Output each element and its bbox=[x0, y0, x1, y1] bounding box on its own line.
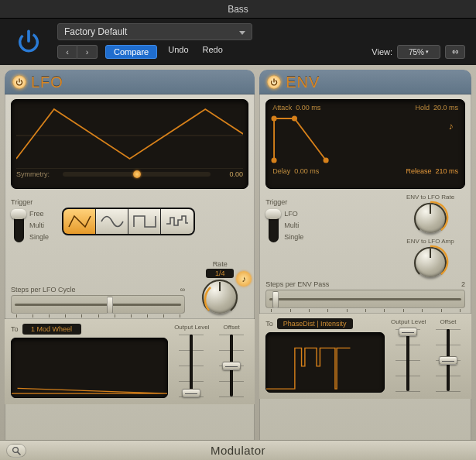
preset-name: Factory Default bbox=[64, 26, 127, 37]
env-hold-label: Hold bbox=[415, 104, 430, 112]
lfo-power-button[interactable] bbox=[12, 75, 26, 89]
lfo-offset-label: Offset bbox=[214, 324, 248, 331]
plugin-body: LFO Symmetry: 0.00 Trigger bbox=[0, 65, 476, 460]
env-header: ENV bbox=[259, 70, 471, 94]
magnifier-icon bbox=[12, 446, 21, 455]
triangle-wave-icon bbox=[16, 103, 243, 168]
lfo-sync-button[interactable]: ♪ bbox=[236, 271, 252, 287]
svg-point-8 bbox=[272, 116, 277, 122]
env-steps-value[interactable]: 2 bbox=[461, 280, 465, 288]
env-offset-label: Offset bbox=[431, 318, 465, 325]
compare-button[interactable]: Compare bbox=[105, 45, 157, 59]
undo-button[interactable]: Undo bbox=[165, 45, 191, 59]
lfo-trigger-label: Trigger bbox=[11, 198, 57, 206]
env-trigger-switch[interactable]: LFO Multi Single bbox=[265, 208, 306, 244]
waveform-triangle-button[interactable] bbox=[63, 209, 96, 234]
lfo-offset-slider[interactable] bbox=[222, 333, 241, 398]
lfo-rate-label: Rate bbox=[191, 260, 248, 268]
svg-point-7 bbox=[272, 158, 277, 163]
env-trigger-opt-single: Single bbox=[284, 232, 303, 243]
lfo-trigger-opt-multi: Multi bbox=[29, 220, 49, 232]
lfo-steps-value[interactable]: ∞ bbox=[180, 286, 185, 294]
env-output-scope bbox=[265, 332, 385, 393]
symmetry-handle[interactable] bbox=[133, 170, 141, 178]
env-attack-value[interactable]: 0.00 ms bbox=[296, 104, 320, 112]
plugin-footer: Modulator bbox=[0, 440, 476, 460]
env-power-button[interactable] bbox=[267, 75, 281, 89]
window-header: Bass Factory Default ‹ › Compare Undo Re… bbox=[0, 0, 476, 65]
help-button[interactable] bbox=[6, 444, 26, 458]
lfo-output-level-label: Output Level bbox=[174, 324, 208, 331]
power-icon bbox=[270, 78, 278, 86]
lfo-waveform-picker bbox=[62, 208, 195, 235]
lfo-header: LFO bbox=[5, 70, 255, 94]
env-attack-label: Attack bbox=[272, 104, 292, 112]
lfo-output-level-handle[interactable] bbox=[182, 389, 200, 397]
env-trigger-opt-multi: Multi bbox=[284, 220, 303, 232]
waveform-square-button[interactable] bbox=[128, 209, 161, 234]
env-release-value[interactable]: 210 ms bbox=[435, 167, 458, 175]
env-title: ENV bbox=[286, 74, 320, 91]
lfo-steps-label: Steps per LFO Cycle bbox=[11, 286, 76, 294]
lfo-title: LFO bbox=[31, 74, 63, 91]
lfo-destination-select[interactable]: 1 Mod Wheel bbox=[22, 324, 81, 335]
lfo-steps-slider[interactable] bbox=[11, 295, 185, 314]
plugin-name: Modulator bbox=[26, 444, 450, 457]
env-trigger-label: Trigger bbox=[265, 198, 312, 206]
symmetry-slider[interactable] bbox=[63, 172, 211, 177]
symmetry-label: Symmetry: bbox=[16, 170, 58, 178]
link-icon bbox=[450, 48, 461, 56]
lfo-offset-handle[interactable] bbox=[222, 362, 241, 370]
window-title: Bass bbox=[0, 0, 476, 19]
lfo-trigger-opt-free: Free bbox=[29, 208, 49, 220]
env-offset-slider[interactable] bbox=[439, 328, 457, 393]
env-to-lfo-amp-knob[interactable] bbox=[415, 246, 446, 277]
preset-prev-button[interactable]: ‹ bbox=[57, 45, 77, 59]
svg-point-10 bbox=[324, 158, 329, 163]
zoom-value: 75% bbox=[409, 48, 424, 57]
env-trigger-knob[interactable] bbox=[265, 209, 281, 219]
env-output-level-slider[interactable] bbox=[399, 328, 417, 393]
preset-next-button[interactable]: › bbox=[77, 45, 98, 59]
env-display[interactable]: Attack 0.00 ms Hold 20.0 ms ♪ Delay 0.00… bbox=[265, 99, 465, 189]
env-output-level-label: Output Level bbox=[391, 318, 425, 325]
env-destination-select[interactable]: PhaseDist | Intensity bbox=[277, 318, 353, 329]
svg-line-13 bbox=[18, 451, 20, 454]
waveform-sine-button[interactable] bbox=[96, 209, 128, 234]
env-steps-handle[interactable] bbox=[272, 291, 279, 308]
link-toggle[interactable] bbox=[445, 45, 465, 59]
lfo-steps-handle[interactable] bbox=[107, 297, 113, 314]
waveform-random-button[interactable] bbox=[161, 209, 193, 234]
lfo-trigger-switch[interactable]: Free Multi Single bbox=[11, 208, 51, 244]
chevron-right-icon: › bbox=[86, 47, 89, 57]
env-release-label: Release bbox=[406, 167, 431, 175]
symmetry-value[interactable]: 0.00 bbox=[215, 170, 243, 178]
redo-button[interactable]: Redo bbox=[200, 45, 226, 59]
env-delay-value[interactable]: 0.00 ms bbox=[294, 167, 319, 175]
env-to-label: To bbox=[265, 320, 273, 328]
lfo-section: LFO Symmetry: 0.00 Trigger bbox=[5, 70, 255, 460]
env-trigger-options: LFO Multi Single bbox=[284, 208, 303, 243]
env-section: ENV Attack 0.00 ms Hold 20.0 ms ♪ bbox=[259, 70, 471, 460]
chevron-left-icon: ‹ bbox=[66, 47, 69, 57]
env-delay-label: Delay bbox=[272, 167, 290, 175]
env-output-level-handle[interactable] bbox=[399, 328, 417, 336]
lfo-output-scope bbox=[11, 338, 168, 398]
view-label: View: bbox=[372, 47, 392, 57]
lfo-trigger-knob[interactable] bbox=[11, 209, 26, 219]
caret-up-down-icon: ▾ bbox=[426, 49, 429, 55]
lfo-output-level-slider[interactable] bbox=[182, 333, 200, 398]
env-offset-handle[interactable] bbox=[439, 356, 457, 365]
preset-select[interactable]: Factory Default bbox=[57, 23, 252, 40]
note-icon: ♪ bbox=[241, 274, 246, 283]
env-trigger-opt-lfo: LFO bbox=[284, 208, 303, 220]
env-steps-slider[interactable] bbox=[265, 290, 465, 308]
env-steps-label: Steps per ENV Pass bbox=[265, 280, 329, 288]
svg-text:♪: ♪ bbox=[449, 121, 454, 132]
zoom-select[interactable]: 75% ▾ bbox=[397, 45, 440, 59]
env-to-lfo-rate-knob[interactable] bbox=[415, 202, 446, 233]
lfo-to-label: To bbox=[11, 325, 19, 333]
lfo-rate-knob[interactable] bbox=[203, 280, 237, 314]
lfo-waveform-display[interactable]: Symmetry: 0.00 bbox=[11, 99, 248, 189]
env-hold-value[interactable]: 20.0 ms bbox=[433, 104, 458, 112]
